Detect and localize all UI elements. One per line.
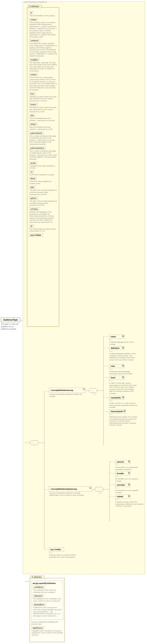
attr-desc: A qualifier which indicates the expected… <box>31 630 63 636</box>
cardinality: 0..∞ <box>115 476 144 478</box>
child-element: remoteInfo+0..∞A link to an item or a we… <box>109 396 138 408</box>
attr-name: xml:lang <box>29 208 39 210</box>
attribute-item: idThe local identifier of the property. <box>29 11 57 17</box>
expand-icon[interactable]: + <box>128 472 130 474</box>
attributes-list: idThe local identifier of the property.c… <box>27 8 59 238</box>
expand-icon[interactable]: + <box>128 484 130 486</box>
connector-line <box>103 489 109 490</box>
attribute-item: xml:langSpecifies the language of this p… <box>29 208 57 223</box>
connector-line <box>25 581 30 582</box>
attr-name: custom <box>29 73 38 76</box>
any-other-element: any ##other 0..∞ Extension point for pro… <box>49 548 81 558</box>
attr-desc: The local identifier of the property. <box>29 15 57 17</box>
attribute-item: modifiedThe date (and, optionally, the t… <box>29 58 57 72</box>
child-element: note+0..∞Additional natural language inf… <box>109 364 138 375</box>
attr-desc: The type of the concept assigned as cont… <box>29 200 57 206</box>
child-element-desc: A related concept, where the relationshi… <box>115 501 144 507</box>
attribute-item: howIndicates by which means the value wa… <box>29 92 57 102</box>
attr-name: id <box>29 11 33 14</box>
cardinality: 0..∞ <box>99 492 102 494</box>
child-element-box: sameAs+ <box>115 460 130 464</box>
attr-name: pubconstraint <box>29 132 44 135</box>
cardinality: 0..∞ <box>115 464 144 466</box>
child-element: name+0..∞A natural language name for the… <box>109 335 138 345</box>
connector-line <box>20 320 23 320</box>
expand-icon[interactable]: + <box>122 347 124 348</box>
attr-desc: If set to true the corresponding propert… <box>29 76 57 91</box>
attributes-panel: attributes idThe local identifier of the… <box>27 7 59 326</box>
root-element: AudienceType The type to cover all quali… <box>1 318 20 330</box>
expand-icon[interactable]: + <box>122 335 124 337</box>
attribute-item: pubconstraintOne or many constraints tha… <box>29 132 57 145</box>
attr-desc: The confidence with which the metadata h… <box>33 589 62 593</box>
quantify-attributes-group: att.grp quantifyAttributes confidenceThe… <box>31 581 63 620</box>
any-other-label: any ##other <box>50 548 61 550</box>
attr-desc: The directionality of textual content (e… <box>29 228 57 232</box>
child-element-desc: Additional natural language information … <box>109 371 138 375</box>
extension-label: Flex1PropType (extension) <box>24 1 47 3</box>
attribute-item: creatorIf the property value is not defi… <box>29 18 57 38</box>
connector-line <box>92 489 95 490</box>
expand-icon[interactable]: + <box>128 495 130 497</box>
attributes-panel-lower: attributes att.grp quantifyAttributes co… <box>30 578 65 642</box>
attr-name: uri <box>29 170 34 173</box>
connector-line <box>103 378 109 378</box>
expand-icon[interactable]: - <box>89 487 91 489</box>
group-desc: A group of properties required to define… <box>49 393 84 397</box>
expand-icon[interactable]: - <box>83 388 85 390</box>
connector-line <box>109 496 115 496</box>
attr-desc: One or many constraints that apply to pu… <box>29 135 57 145</box>
attr-name: how <box>29 92 36 95</box>
attr-name: whyuri <box>29 123 38 126</box>
attr-desc: A qualified code which identifies a conc… <box>29 165 57 169</box>
child-element-box: name+ <box>109 335 124 338</box>
lower-attr-list: confidenceThe confidence with which the … <box>33 586 62 617</box>
attribute-item: creatoruriIf the attribute is empty, spe… <box>29 39 57 57</box>
attributes-panel-header: attributes <box>28 5 42 8</box>
attr-name: modified <box>29 58 39 61</box>
attributes-panel-header: attributes <box>31 576 44 578</box>
attribute-item: customIf set to true the corresponding p… <box>29 73 57 91</box>
child-element-box: facet+ <box>109 376 124 380</box>
child-element: related+0..∞A related concept, where the… <box>115 494 144 507</box>
significance-attr: significance A qualifier which indicates… <box>30 626 65 639</box>
child-element: narrower+0..∞An identifier of a more spe… <box>115 483 144 494</box>
cardinality: 0..∞ <box>93 393 96 395</box>
connector-line <box>44 490 49 490</box>
child-element-box: remoteInfo+ <box>109 396 124 400</box>
attr-name: dir <box>29 225 34 228</box>
child-element: broader+0..∞An identifier of a more gene… <box>115 472 144 482</box>
attr-desc: If the property value is not defined, sp… <box>29 22 57 38</box>
child-element-desc: A natural language definition of the sem… <box>109 353 138 361</box>
child-element-box: narrower+ <box>115 483 130 487</box>
connector-line <box>109 462 109 522</box>
concept-definition-group: ConceptDefinitionGroup - <box>49 388 85 393</box>
cardinality: 0..∞ <box>109 380 138 382</box>
attr-desc: Why the metadata has been included - exp… <box>29 126 57 130</box>
attribute-item: typeuriThe type of the concept assigned … <box>29 197 57 206</box>
any-other-desc: Extension point for provider-defined pro… <box>49 554 81 558</box>
group-title: ConceptRelationshipsGroup <box>51 488 90 490</box>
expand-icon[interactable]: + <box>122 376 124 378</box>
expand-icon[interactable]: + <box>128 460 130 462</box>
any-other-box: any ##other <box>49 548 64 552</box>
attr-name: creatoruri <box>29 39 40 42</box>
connector-line <box>103 411 109 412</box>
connector-line <box>109 462 115 462</box>
attr-name: why <box>29 114 35 117</box>
attr-name: literal <box>29 177 37 180</box>
attr-name: confidence <box>33 586 45 589</box>
attribute-item: relevanceThe relevance of the metadata t… <box>33 594 62 602</box>
expand-icon[interactable]: + <box>122 396 124 398</box>
connector-line <box>44 549 49 550</box>
attribute-item: pubconstrainturiOne or many constraints … <box>29 147 57 160</box>
child-element-desc: An identifier of a more specific concept… <box>115 490 144 494</box>
expand-icon[interactable]: + <box>124 410 125 412</box>
expand-icon[interactable]: + <box>122 365 124 366</box>
attr-desc: Indicates by which means the value was e… <box>29 106 57 113</box>
attribute-item: whyWhy the metadata has been included - … <box>29 114 57 122</box>
child-element-box: definition+ <box>109 346 124 350</box>
attribute-item: derivedfromA reference to the concept fr… <box>33 603 62 617</box>
group-desc: A group of attributes quantifying the pr… <box>30 621 65 626</box>
child-element: sameAs+0..∞An identifier of a concept wi… <box>115 460 144 470</box>
